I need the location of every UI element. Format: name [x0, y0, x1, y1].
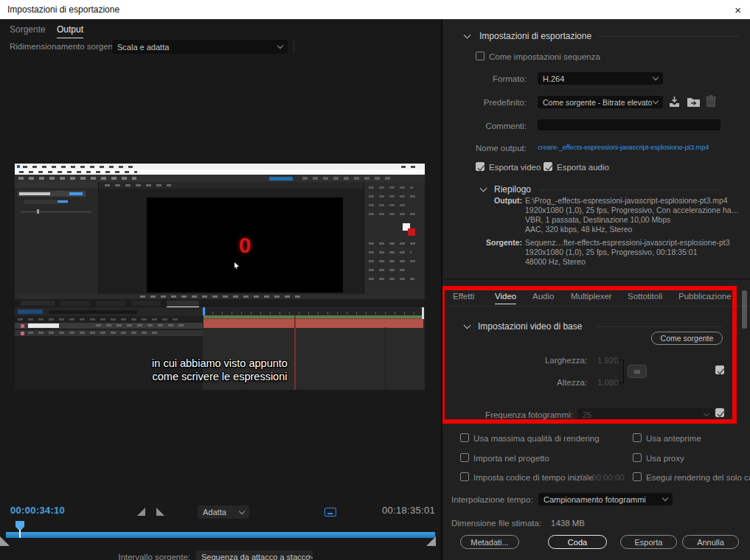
use-previews-checkbox[interactable] — [633, 433, 642, 442]
chevron-down-icon — [704, 410, 709, 416]
import-project-label: Importa nel progetto — [473, 454, 549, 463]
width-label: Larghezza: — [516, 356, 587, 365]
summary-source-line: 48000 Hz, Stereo — [525, 257, 586, 267]
divider — [294, 40, 294, 54]
link-dimensions-icon[interactable]: ∞ — [628, 365, 647, 378]
start-timecode-label: Imposta codice di tempo iniziale — [473, 473, 594, 482]
ae-side-panels — [364, 182, 425, 294]
file-size-value: 1438 MB — [551, 519, 585, 528]
interpolation-label: Interpolazione tempo: — [451, 495, 533, 504]
delete-preset-icon[interactable] — [706, 95, 716, 108]
subtitle-line-1: in cui abbiamo visto appunto — [15, 357, 425, 370]
source-range-value: Sequenza da attacco a stacco — [201, 553, 310, 560]
source-range-dropdown[interactable]: Sequenza da attacco a stacco — [196, 550, 313, 560]
preset-dropdown[interactable]: Come sorgente - Bitrate elevato — [538, 96, 663, 108]
export-settings-panel: Impostazioni di esportazione Come impost… — [441, 19, 750, 560]
match-sequence-label: Come impostazioni sequenza — [489, 52, 600, 61]
tab-video[interactable]: Video — [495, 292, 516, 304]
export-section-title: Impostazioni di esportazione — [479, 31, 591, 41]
export-video-label: Esporta video — [489, 163, 541, 172]
zoom-level-value: Adatta — [203, 508, 226, 517]
output-name-link[interactable]: creare-_effects-espressioni-javascript-e… — [538, 143, 723, 151]
video-settings-title: Impostazioni video di base — [478, 321, 582, 332]
tab-effetti[interactable]: Effetti — [453, 292, 474, 304]
file-size-label: Dimensione file stimata: — [451, 519, 541, 528]
summary-title: Riepilogo — [494, 184, 531, 195]
format-dropdown[interactable]: H.264 — [538, 72, 663, 85]
ae-main: 0 — [15, 182, 425, 294]
cancel-button[interactable]: Annulla — [682, 535, 739, 549]
interpolation-dropdown[interactable]: Campionamento fotogrammi — [538, 493, 673, 505]
render-alpha-label: Esegui rendering del solo canale — [646, 473, 750, 482]
ae-toolbar — [15, 175, 425, 182]
framerate-label: Frequenza fotogrammi: — [472, 410, 573, 419]
framerate-value: 25 — [583, 410, 591, 419]
summary-output-line: VBR, 1 passata, Destinazione 10,00 Mbps — [525, 215, 670, 225]
ae-composition-viewer: 0 — [99, 182, 364, 294]
zoom-level-dropdown[interactable]: Adatta — [198, 505, 249, 519]
comments-input[interactable] — [538, 119, 721, 130]
height-value: 1.080 — [597, 378, 619, 387]
use-proxy-checkbox[interactable] — [633, 453, 642, 462]
video-preview-frame: 0 — [15, 164, 425, 390]
current-timecode[interactable]: 00:00:34:10 — [10, 505, 65, 516]
scaling-dropdown[interactable]: Scala e adatta — [112, 40, 288, 54]
out-point-icon[interactable] — [156, 508, 164, 516]
scrollbar-thumb[interactable] — [742, 290, 747, 329]
playhead-line — [19, 530, 21, 538]
comments-label: Commenti: — [457, 122, 527, 130]
import-project-checkbox[interactable] — [460, 453, 469, 462]
import-preset-icon[interactable] — [687, 96, 701, 108]
in-point-icon[interactable] — [137, 508, 145, 516]
tab-sottotitoli[interactable]: Sottotitoli — [628, 292, 662, 304]
render-alpha-checkbox[interactable] — [633, 472, 642, 481]
subtitle-text: in cui abbiamo visto appunto come scrive… — [15, 357, 425, 383]
max-quality-checkbox[interactable] — [460, 433, 469, 442]
match-source-button[interactable]: Come sorgente — [651, 332, 723, 345]
preset-value: Come sorgente - Bitrate elevato — [543, 98, 652, 107]
export-button[interactable]: Esporta — [620, 535, 677, 549]
ae-titlebar — [15, 164, 425, 169]
tab-audio[interactable]: Audio — [532, 292, 554, 304]
width-height-checkbox[interactable] — [715, 365, 724, 374]
ae-transport-bar — [15, 294, 425, 299]
height-label: Altezza: — [516, 378, 587, 387]
use-previews-label: Usa anteprime — [646, 434, 701, 443]
tab-output[interactable]: Output — [57, 24, 83, 38]
match-sequence-checkbox[interactable] — [476, 52, 485, 60]
export-video-checkbox[interactable] — [476, 162, 485, 171]
tab-pubblicazione[interactable]: Pubblicazione — [678, 292, 732, 304]
annotation-rectangle — [441, 286, 737, 424]
source-range-label: Intervallo sorgente: — [80, 553, 190, 560]
start-timecode-value: 00:00:00:00 — [580, 473, 625, 482]
section-collapse-icon[interactable] — [464, 32, 471, 39]
export-audio-checkbox[interactable] — [544, 162, 552, 171]
start-timecode-checkbox[interactable] — [460, 472, 469, 481]
timeline-scrubber[interactable] — [6, 532, 435, 538]
summary-output-line: 1920x1080 (1,0), 25 fps, Progressivo, Co… — [525, 206, 739, 215]
fit-screen-icon[interactable] — [324, 508, 336, 517]
chevron-down-icon — [239, 508, 245, 514]
video-settings-collapse-icon[interactable] — [464, 322, 471, 329]
summary-collapse-icon[interactable] — [480, 185, 487, 192]
save-preset-icon[interactable] — [668, 96, 681, 108]
dialog-title: Impostazioni di esportazione — [7, 4, 119, 15]
chevron-down-icon — [653, 74, 659, 80]
framerate-checkbox[interactable] — [715, 408, 724, 417]
use-proxy-label: Usa proxy — [646, 454, 684, 463]
close-icon[interactable]: × — [735, 4, 741, 16]
preset-label: Predefinito: — [457, 98, 527, 107]
output-name-label: Nome output: — [457, 144, 527, 153]
ae-menubar — [15, 169, 425, 175]
summary-output-line: AAC, 320 kbps, 48 kHz, Stereo — [525, 225, 632, 234]
tab-multiplexer[interactable]: Multiplexer — [571, 292, 612, 304]
interpolation-value: Campionamento fotogrammi — [544, 495, 646, 504]
queue-button[interactable]: Coda — [548, 535, 607, 549]
framerate-dropdown[interactable]: 25 — [577, 408, 714, 421]
scaling-value: Scala e adatta — [117, 43, 169, 52]
tab-sorgente[interactable]: Sorgente — [10, 24, 46, 38]
link-bracket — [618, 360, 624, 383]
summary-output-line: E:\Prog_-effects-espressioni-javascript-… — [525, 196, 728, 206]
ae-project-panel — [15, 182, 99, 294]
metadata-button[interactable]: Metadati... — [460, 535, 519, 549]
